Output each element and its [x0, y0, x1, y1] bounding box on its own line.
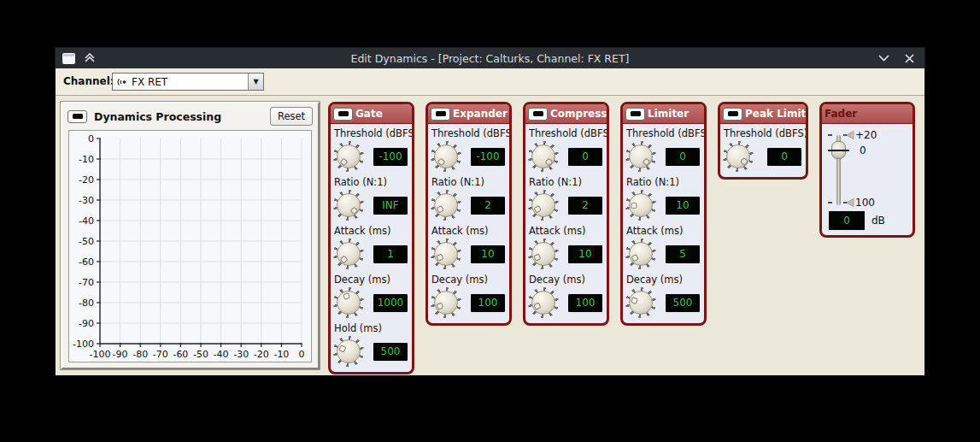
- gate-ratio-lcd: INF: [373, 197, 408, 215]
- expander-threshold-control: Threshold (dBFS)-100: [428, 124, 509, 173]
- gate-power-toggle[interactable]: [333, 108, 353, 121]
- expander-attack-knob[interactable]: [431, 239, 461, 269]
- edit-dynamics-window: Edit Dynamics - [Project: Calturks, Chan…: [55, 47, 925, 374]
- knob-cap: [434, 242, 458, 266]
- attack-label: Attack (ms): [625, 221, 702, 238]
- channel-select[interactable]: FX RET ▼: [112, 73, 264, 91]
- limiter-title: Limiter: [648, 108, 689, 120]
- close-button[interactable]: [902, 51, 916, 65]
- limiter-ratio-lcd: 10: [666, 197, 700, 215]
- peak-limiter-threshold-lcd: 0: [767, 148, 801, 166]
- compressor-power-toggle[interactable]: [528, 108, 548, 121]
- fader-header: Fader: [822, 104, 913, 124]
- toggle-bar-icon: [533, 111, 543, 116]
- processor-row: GateThreshold (dBFS)-100Ratio (N:1)INFAt…: [328, 102, 915, 374]
- compressor-ratio-control: Ratio (N:1)2: [525, 173, 607, 221]
- limiter-decay-knob[interactable]: [625, 287, 656, 318]
- attack-label: Attack (ms): [527, 221, 605, 238]
- toggle-bar-icon: [73, 114, 83, 119]
- hold-label: Hold (ms): [332, 319, 410, 335]
- limiter-ratio-knob[interactable]: [625, 190, 656, 221]
- reset-button[interactable]: Reset: [270, 107, 313, 126]
- expander-threshold-knob[interactable]: [431, 141, 461, 172]
- channel-dropdown-arrow[interactable]: ▼: [248, 74, 263, 90]
- knob-cap: [434, 144, 458, 168]
- expander-decay-knob[interactable]: [431, 287, 461, 318]
- threshold-label: Threshold (dBFS): [625, 124, 702, 140]
- gate-threshold-knob[interactable]: [333, 141, 364, 172]
- gate-attack-knob[interactable]: [333, 239, 364, 269]
- fader-handle[interactable]: [831, 141, 846, 159]
- peak-limiter-power-toggle[interactable]: [723, 108, 742, 121]
- expander-threshold-lcd: -100: [471, 148, 505, 166]
- decay-label: Decay (ms): [625, 270, 702, 286]
- compressor-threshold-control: Threshold (dBFS)0: [525, 124, 607, 173]
- knob-position-marker: [533, 204, 542, 213]
- gate-decay-control: Decay (ms)1000: [331, 270, 412, 319]
- svg-text:-70: -70: [79, 277, 94, 288]
- attack-label: Attack (ms): [332, 221, 410, 238]
- limiter-power-toggle[interactable]: [625, 108, 645, 121]
- decay-label: Decay (ms): [332, 270, 410, 286]
- svg-text:-10: -10: [79, 154, 94, 165]
- knob-cap: [337, 242, 361, 266]
- dialog-body: Dynamics Processing Reset 0-10-20-30-40-…: [56, 96, 924, 375]
- svg-text:-20: -20: [254, 349, 269, 360]
- fader-min-marker-icon: [847, 198, 854, 207]
- gate-title: Gate: [355, 108, 383, 120]
- knob-cap: [531, 144, 555, 168]
- knob-position-marker: [339, 255, 348, 263]
- compressor-attack-knob[interactable]: [528, 239, 559, 269]
- peak-limiter-threshold-knob[interactable]: [723, 141, 754, 172]
- knob-position-marker: [349, 206, 358, 215]
- shade-button[interactable]: [83, 51, 97, 65]
- gate-ratio-knob[interactable]: [333, 190, 364, 221]
- limiter-threshold-knob[interactable]: [625, 141, 656, 172]
- svg-text:-10: -10: [273, 349, 289, 360]
- expander-ratio-knob[interactable]: [431, 190, 461, 221]
- knob-cap: [337, 144, 361, 168]
- compressor-decay-knob[interactable]: [528, 287, 559, 318]
- toggle-bar-icon: [631, 111, 641, 116]
- titlebar[interactable]: Edit Dynamics - [Project: Calturks, Chan…: [56, 48, 924, 68]
- knob-position-marker: [740, 157, 748, 166]
- panel-expander: ExpanderThreshold (dBFS)-100Ratio (N:1)2…: [425, 102, 512, 326]
- channel-value: FX RET: [132, 76, 248, 88]
- desktop: Edit Dynamics - [Project: Calturks, Chan…: [0, 0, 980, 442]
- expander-power-toggle[interactable]: [431, 108, 450, 121]
- svg-text:-90: -90: [79, 318, 94, 329]
- peak-limiter-header: Peak Limiter: [720, 104, 806, 124]
- gate-hold-knob[interactable]: [333, 336, 364, 367]
- expander-ratio-lcd: 2: [471, 197, 505, 215]
- limiter-attack-knob[interactable]: [625, 239, 656, 269]
- svg-text:-90: -90: [113, 349, 128, 360]
- panel-peak-limiter: Peak LimiterThreshold (dBFS)0: [718, 102, 808, 180]
- gate-header: Gate: [331, 104, 412, 124]
- gate-ratio-control: Ratio (N:1)INF: [331, 173, 412, 221]
- limiter-decay-control: Decay (ms)500: [623, 270, 704, 319]
- gate-decay-knob[interactable]: [333, 287, 364, 318]
- channel-return-icon: [116, 78, 127, 86]
- compressor-header: Compressor: [525, 104, 607, 124]
- expander-decay-control: Decay (ms)100: [428, 270, 509, 319]
- fader-title: Fader: [824, 108, 857, 120]
- svg-text:-40: -40: [79, 215, 94, 227]
- compressor-ratio-knob[interactable]: [528, 190, 559, 221]
- fader-body: +20 0 100 0 dB: [822, 124, 913, 235]
- attack-label: Attack (ms): [430, 221, 508, 238]
- unshade-button[interactable]: [877, 51, 890, 65]
- gate-threshold-lcd: -100: [373, 148, 408, 166]
- fader-max-marker-icon: [847, 131, 854, 139]
- compressor-threshold-knob[interactable]: [528, 141, 559, 172]
- expander-decay-lcd: 100: [471, 294, 505, 312]
- svg-text:-50: -50: [193, 349, 208, 360]
- decay-label: Decay (ms): [430, 270, 508, 286]
- channel-bar: Channel: FX RET ▼: [56, 68, 924, 96]
- svg-text:-50: -50: [79, 236, 94, 247]
- knob-position-marker: [631, 253, 639, 262]
- window-menu-icon[interactable]: [62, 53, 75, 64]
- compressor-attack-lcd: 10: [568, 245, 602, 263]
- power-toggle[interactable]: [67, 110, 87, 123]
- knob-cap: [629, 193, 653, 217]
- knob-position-marker: [436, 253, 443, 261]
